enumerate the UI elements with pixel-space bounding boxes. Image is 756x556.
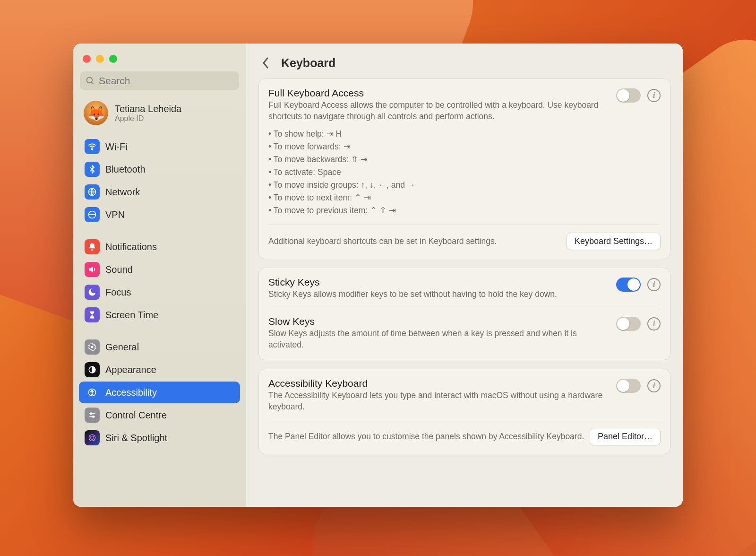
- globe-icon: [85, 184, 100, 200]
- accessibility-icon: [85, 385, 100, 400]
- slow-title: Slow Keys: [268, 316, 610, 327]
- ak-title: Accessibility Keyboard: [268, 378, 610, 389]
- svg-point-14: [89, 434, 95, 441]
- back-button[interactable]: [258, 56, 273, 70]
- sidebar-item-focus[interactable]: Focus: [79, 281, 240, 303]
- appearance-icon: [85, 362, 100, 377]
- zoom-icon[interactable]: [109, 55, 117, 63]
- shortcut-item: To move to previous item: ⌃ ⇧ ⇥: [268, 204, 661, 217]
- svg-line-1: [92, 82, 94, 84]
- siri-icon: [85, 430, 100, 445]
- bluetooth-icon: [85, 162, 100, 177]
- ak-desc: The Accessibility Keyboard lets you type…: [268, 390, 610, 412]
- close-icon[interactable]: [83, 55, 91, 63]
- sidebar-item-network[interactable]: Network: [79, 181, 240, 203]
- sidebar-item-label: Appearance: [105, 365, 156, 375]
- speaker-icon: [85, 262, 100, 277]
- gear-icon: [85, 339, 100, 355]
- apple-id-row[interactable]: 🦊 Tetiana Leheida Apple ID: [79, 97, 240, 133]
- fka-shortcut-list: To show help: ⇥ H To move forwards: ⇥ To…: [268, 128, 661, 217]
- panel-editor-button[interactable]: Panel Editor…: [590, 428, 661, 445]
- sticky-toggle[interactable]: [616, 278, 641, 292]
- chevron-left-icon: [262, 57, 269, 69]
- section-accessibility-keyboard: Accessibility Keyboard The Accessibility…: [258, 369, 670, 454]
- sidebar-item-siri[interactable]: Siri & Spotlight: [79, 427, 240, 449]
- sidebar-item-label: Network: [105, 187, 140, 198]
- sliders-icon: [85, 408, 100, 423]
- section-full-keyboard-access: Full Keyboard Access Full Keyboard Acces…: [258, 78, 670, 259]
- minimize-icon[interactable]: [96, 55, 104, 63]
- svg-point-13: [93, 416, 94, 417]
- settings-window: 🦊 Tetiana Leheida Apple ID Wi-Fi Bluetoo…: [73, 43, 683, 507]
- sidebar-item-label: Bluetooth: [105, 164, 146, 175]
- fka-title: Full Keyboard Access: [268, 87, 610, 99]
- ak-toggle[interactable]: [616, 379, 641, 393]
- sidebar-item-label: Control Centre: [105, 410, 167, 421]
- sidebar-item-general[interactable]: General: [79, 336, 240, 358]
- info-icon[interactable]: i: [647, 379, 661, 392]
- window-controls: [79, 52, 240, 71]
- info-icon[interactable]: i: [647, 89, 661, 102]
- slow-desc: Slow Keys adjusts the amount of time bet…: [268, 328, 610, 350]
- svg-point-0: [87, 78, 93, 83]
- sidebar-item-label: Sound: [105, 264, 133, 275]
- bell-icon: [85, 239, 100, 254]
- sidebar-item-label: Siri & Spotlight: [105, 433, 167, 443]
- sidebar-item-notifications[interactable]: Notifications: [79, 236, 240, 258]
- section-modifier-keys: Sticky Keys Sticky Keys allows modifier …: [258, 268, 670, 360]
- sidebar-item-bluetooth[interactable]: Bluetooth: [79, 158, 240, 180]
- sticky-desc: Sticky Keys allows modifier keys to be s…: [268, 289, 610, 300]
- sidebar-item-label: Screen Time: [105, 310, 158, 321]
- sidebar-item-label: General: [105, 342, 139, 353]
- svg-point-15: [91, 436, 94, 440]
- shortcut-item: To show help: ⇥ H: [268, 128, 661, 140]
- main-panel: Keyboard Full Keyboard Access Full Keybo…: [246, 43, 683, 507]
- sidebar-item-wifi[interactable]: Wi-Fi: [79, 136, 240, 157]
- avatar: 🦊: [84, 101, 108, 125]
- svg-point-9: [92, 390, 93, 391]
- slow-toggle[interactable]: [616, 317, 641, 331]
- wifi-icon: [85, 139, 100, 154]
- svg-point-2: [92, 149, 93, 150]
- sidebar-item-label: Wi-Fi: [105, 141, 128, 152]
- sidebar-item-sound[interactable]: Sound: [79, 259, 240, 280]
- fka-note: Additional keyboard shortcuts can be set…: [268, 236, 567, 247]
- shortcut-item: To move backwards: ⇧ ⇥: [268, 153, 661, 166]
- info-icon[interactable]: i: [647, 317, 661, 330]
- sidebar-item-label: Focus: [105, 287, 131, 298]
- sidebar: 🦊 Tetiana Leheida Apple ID Wi-Fi Bluetoo…: [73, 43, 246, 507]
- fka-desc: Full Keyboard Access allows the computer…: [268, 100, 610, 122]
- keyboard-settings-button[interactable]: Keyboard Settings…: [567, 233, 661, 250]
- sidebar-item-appearance[interactable]: Appearance: [79, 359, 240, 381]
- search-field[interactable]: [80, 71, 239, 90]
- sidebar-item-label: VPN: [105, 209, 125, 220]
- sidebar-item-control-centre[interactable]: Control Centre: [79, 404, 240, 426]
- shortcut-item: To move forwards: ⇥: [268, 140, 661, 153]
- info-icon[interactable]: i: [647, 278, 661, 291]
- page-title: Keyboard: [281, 56, 335, 70]
- sidebar-item-vpn[interactable]: VPN: [79, 204, 240, 226]
- shortcut-item: To move inside groups: ↑, ↓, ←, and →: [268, 179, 661, 191]
- vpn-icon: [85, 207, 100, 222]
- account-name: Tetiana Leheida: [115, 104, 181, 114]
- search-icon: [86, 76, 95, 86]
- moon-icon: [85, 285, 100, 300]
- sticky-title: Sticky Keys: [268, 277, 610, 288]
- account-sub: Apple ID: [115, 114, 181, 123]
- hourglass-icon: [85, 307, 100, 322]
- svg-point-6: [91, 346, 94, 348]
- ak-note: The Panel Editor allows you to customise…: [268, 431, 590, 443]
- shortcut-item: To move to next item: ⌃ ⇥: [268, 191, 661, 204]
- svg-point-5: [91, 249, 93, 251]
- sidebar-item-screen-time[interactable]: Screen Time: [79, 304, 240, 326]
- fka-toggle[interactable]: [616, 88, 641, 103]
- search-input[interactable]: [99, 75, 233, 87]
- sidebar-item-accessibility[interactable]: Accessibility: [79, 382, 240, 403]
- svg-point-11: [90, 413, 92, 414]
- sidebar-item-label: Notifications: [105, 242, 157, 252]
- shortcut-item: To activate: Space: [268, 166, 661, 179]
- sidebar-item-label: Accessibility: [105, 387, 157, 398]
